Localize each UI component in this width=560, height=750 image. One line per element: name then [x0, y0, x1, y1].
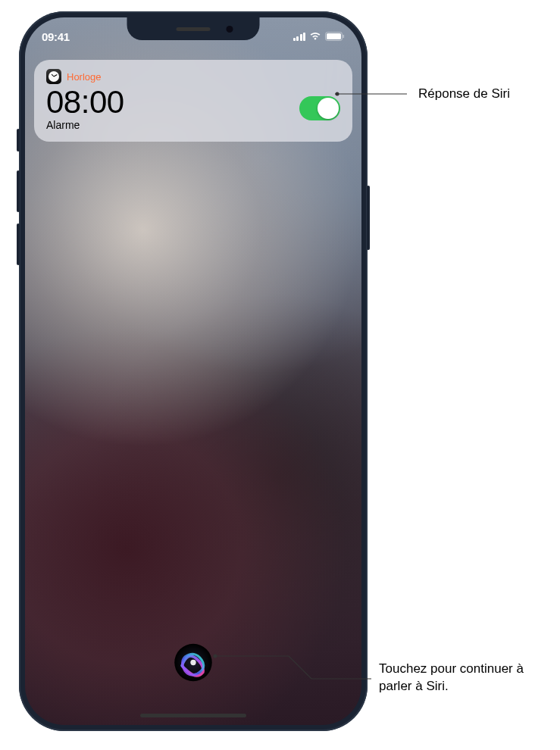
svg-point-7: [214, 655, 217, 658]
clock-app-icon: [46, 69, 61, 84]
device-notch: [127, 17, 260, 40]
home-indicator[interactable]: [140, 714, 246, 717]
svg-rect-2: [343, 35, 345, 38]
front-camera: [227, 26, 233, 33]
notification-text: 08:00 Alarme: [46, 86, 124, 131]
battery-icon: [325, 32, 345, 41]
status-time: 09:41: [42, 30, 70, 43]
speaker-grill: [177, 27, 211, 31]
wifi-icon: [309, 32, 321, 41]
siri-button[interactable]: [173, 642, 214, 683]
svg-rect-1: [327, 33, 341, 39]
status-indicators: [293, 32, 346, 41]
callout-label: Touchez pour continuer à parler à Siri.: [379, 661, 554, 695]
lock-screen: 09:41: [25, 17, 361, 725]
notification-body: 08:00 Alarme: [46, 86, 340, 131]
callout-siri-button: Touchez pour continuer à parler à Siri.: [213, 652, 554, 695]
notification-header: Horloge: [46, 69, 340, 84]
alarm-label: Alarme: [46, 119, 124, 131]
power-button: [367, 186, 370, 250]
app-name-label: Horloge: [67, 71, 102, 83]
alarm-toggle[interactable]: [299, 96, 340, 120]
callout-label: Réponse de Siri: [418, 86, 510, 103]
silence-switch: [17, 129, 20, 152]
svg-point-4: [190, 660, 196, 665]
cellular-signal-icon: [293, 33, 306, 41]
svg-point-6: [336, 92, 339, 96]
siri-response-card[interactable]: Horloge 08:00 Alarme: [34, 60, 352, 142]
alarm-time-value: 08:00: [46, 86, 124, 119]
volume-down-button: [17, 223, 20, 265]
callout-siri-response: Réponse de Siri: [335, 86, 555, 103]
volume-up-button: [17, 170, 20, 212]
iphone-device-frame: 09:41: [19, 11, 368, 731]
